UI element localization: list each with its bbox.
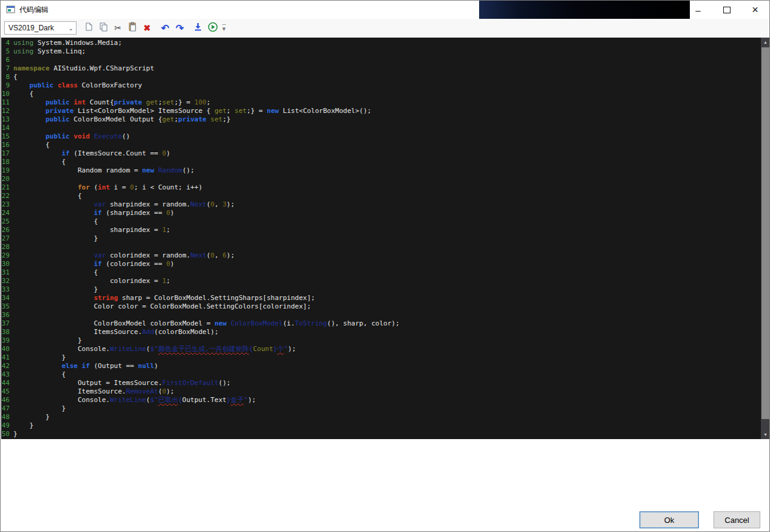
code-line[interactable]: 46 Console.WriteLine($"已取出{Output.Text}盒… bbox=[1, 396, 761, 404]
code-line[interactable]: 5using System.Linq; bbox=[1, 47, 761, 56]
code-line-text: { bbox=[13, 192, 82, 200]
line-number: 7 bbox=[1, 64, 10, 73]
code-line[interactable]: 49 } bbox=[1, 421, 761, 430]
undo-button[interactable]: ↶ bbox=[158, 21, 172, 35]
code-line[interactable]: 40 Console.WriteLine($"颜色盒子已生成,一共创建矩阵{Co… bbox=[1, 345, 761, 353]
code-line[interactable]: 20 bbox=[1, 175, 761, 183]
line-number: 45 bbox=[1, 387, 10, 396]
code-line-text: public int Count{private get;set;} = 100… bbox=[13, 98, 211, 107]
code-line[interactable]: 19 Random random = new Random(); bbox=[1, 166, 761, 175]
code-line[interactable]: 30 if (colorindex == 0) bbox=[1, 260, 761, 268]
code-line[interactable]: 31 { bbox=[1, 268, 761, 277]
line-number: 46 bbox=[1, 396, 10, 404]
paste-button[interactable] bbox=[125, 21, 140, 35]
line-number: 27 bbox=[1, 234, 10, 243]
line-number: 38 bbox=[1, 328, 10, 336]
code-line-text: } bbox=[13, 285, 98, 294]
code-line[interactable]: 48 } bbox=[1, 413, 761, 421]
code-line[interactable]: 41 } bbox=[1, 353, 761, 362]
code-line[interactable]: 36 bbox=[1, 311, 761, 319]
code-line-text: Output = ItemsSource.FirstOrDefault(); bbox=[13, 379, 231, 387]
code-line[interactable]: 12 private List<ColorBoxModel> ItemsSour… bbox=[1, 107, 761, 115]
cancel-button[interactable]: Cancel bbox=[714, 511, 760, 528]
line-number: 15 bbox=[1, 132, 10, 141]
code-line[interactable]: 42 else if (Output == null) bbox=[1, 362, 761, 370]
import-button[interactable] bbox=[191, 21, 205, 35]
code-line[interactable]: 18 { bbox=[1, 158, 761, 166]
run-button[interactable] bbox=[205, 21, 220, 35]
theme-dropdown[interactable]: VS2019_Dark ⌄ bbox=[4, 21, 77, 35]
code-editor[interactable]: 4using System.Windows.Media;5using Syste… bbox=[1, 38, 770, 439]
code-line[interactable]: 15 public void Execute() bbox=[1, 132, 761, 141]
code-line[interactable]: 23 var sharpindex = random.Next(0, 3); bbox=[1, 200, 761, 209]
code-line[interactable]: 27 } bbox=[1, 234, 761, 243]
code-line[interactable]: 11 public int Count{private get;set;} = … bbox=[1, 98, 761, 107]
code-line[interactable]: 14 bbox=[1, 124, 761, 132]
code-line-text: } bbox=[13, 430, 18, 438]
code-line[interactable]: 45 ItemsSource.RemoveAt(0); bbox=[1, 387, 761, 396]
line-number: 21 bbox=[1, 183, 10, 192]
code-line-text: Random random = new Random(); bbox=[13, 166, 194, 175]
code-line-text: Console.WriteLine($"颜色盒子已生成,一共创建矩阵{Count… bbox=[13, 345, 296, 353]
code-line[interactable]: 8{ bbox=[1, 73, 761, 81]
toolbar-overflow-icon[interactable]: ▾ bbox=[222, 24, 226, 32]
line-number: 17 bbox=[1, 149, 10, 158]
code-line[interactable]: 9 public class ColorBoxFactory bbox=[1, 81, 761, 90]
code-line[interactable]: 50} bbox=[1, 430, 761, 438]
line-number: 10 bbox=[1, 90, 10, 98]
vertical-scrollbar[interactable]: ▲ ▼ bbox=[761, 38, 770, 439]
line-number: 22 bbox=[1, 192, 10, 200]
code-line-text: { bbox=[13, 90, 33, 98]
line-number: 40 bbox=[1, 345, 10, 353]
redo-button[interactable]: ↷ bbox=[172, 21, 187, 35]
code-line[interactable]: 24 if (sharpindex == 0) bbox=[1, 209, 761, 217]
code-line[interactable]: 38 ItemsSource.Add(colorBoxModel); bbox=[1, 328, 761, 336]
code-line[interactable]: 28 bbox=[1, 243, 761, 251]
scroll-up-arrow-icon[interactable]: ▲ bbox=[761, 38, 770, 47]
line-number: 35 bbox=[1, 302, 10, 311]
code-line[interactable]: 13 public ColorBoxModel Output {get;priv… bbox=[1, 115, 761, 124]
code-line-text: colorindex = 1; bbox=[13, 277, 170, 285]
code-line[interactable]: 33 } bbox=[1, 285, 761, 294]
code-line[interactable]: 21 for (int i = 0; i < Count; i++) bbox=[1, 183, 761, 192]
code-line[interactable]: 16 { bbox=[1, 141, 761, 149]
code-line-text: sharpindex = 1; bbox=[13, 226, 170, 234]
line-number: 29 bbox=[1, 251, 10, 260]
maximize-button[interactable] bbox=[712, 1, 741, 19]
code-line[interactable]: 4using System.Windows.Media; bbox=[1, 39, 761, 47]
line-number: 42 bbox=[1, 362, 10, 370]
code-line[interactable]: 39 } bbox=[1, 336, 761, 345]
code-line[interactable]: 32 colorindex = 1; bbox=[1, 277, 761, 285]
code-line[interactable]: 34 string sharp = ColorBoxModel.SettingS… bbox=[1, 294, 761, 302]
code-line[interactable]: 26 sharpindex = 1; bbox=[1, 226, 761, 234]
ok-button[interactable]: Ok bbox=[639, 511, 699, 528]
code-line-text: ColorBoxModel colorBoxModel = new ColorB… bbox=[13, 319, 400, 328]
new-file-button[interactable] bbox=[81, 21, 96, 35]
code-line[interactable]: 17 if (ItemsSource.Count == 0) bbox=[1, 149, 761, 158]
code-line[interactable]: 6 bbox=[1, 56, 761, 64]
code-line[interactable]: 25 { bbox=[1, 217, 761, 226]
scroll-down-arrow-icon[interactable]: ▼ bbox=[761, 430, 770, 439]
code-line[interactable]: 7namespace AIStudio.Wpf.CSharpScript bbox=[1, 64, 761, 73]
cut-button[interactable]: ✂ bbox=[111, 21, 125, 35]
cut-icon: ✂ bbox=[114, 23, 121, 33]
code-line[interactable]: 43 { bbox=[1, 370, 761, 379]
line-number: 36 bbox=[1, 311, 10, 319]
code-line-text: } bbox=[13, 336, 82, 345]
line-number: 41 bbox=[1, 353, 10, 362]
code-line[interactable]: 37 ColorBoxModel colorBoxModel = new Col… bbox=[1, 319, 761, 328]
close-button[interactable]: × bbox=[741, 1, 769, 19]
code-line[interactable]: 35 Color color = ColorBoxModel.SettingCo… bbox=[1, 302, 761, 311]
minimize-button[interactable]: – bbox=[684, 1, 712, 19]
scrollbar-thumb[interactable] bbox=[761, 47, 769, 419]
minimize-icon: – bbox=[695, 5, 700, 15]
code-line[interactable]: 29 var colorindex = random.Next(0, 6); bbox=[1, 251, 761, 260]
code-line[interactable]: 22 { bbox=[1, 192, 761, 200]
code-line[interactable]: 10 { bbox=[1, 90, 761, 98]
line-number: 49 bbox=[1, 421, 10, 430]
copy-button[interactable] bbox=[96, 21, 111, 35]
code-line[interactable]: 47 } bbox=[1, 404, 761, 413]
delete-button[interactable]: ✖ bbox=[140, 21, 154, 35]
code-line[interactable]: 44 Output = ItemsSource.FirstOrDefault()… bbox=[1, 379, 761, 387]
code-line-text: } bbox=[13, 421, 33, 430]
